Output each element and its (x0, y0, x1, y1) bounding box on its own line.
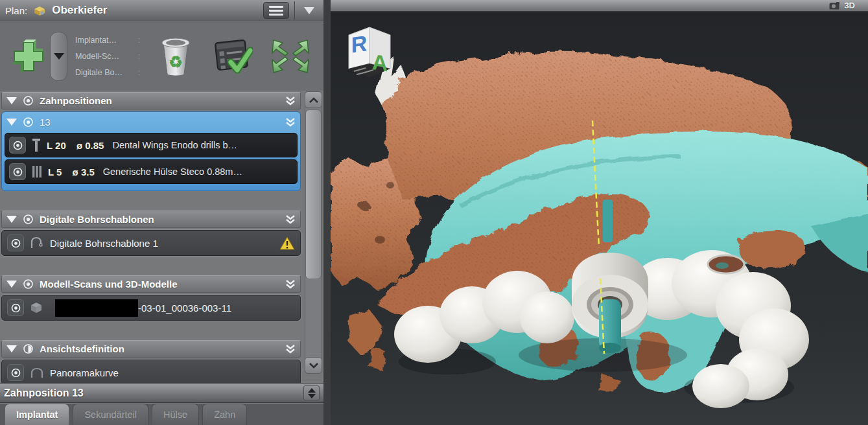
plan-titlebar: Plan: Oberkiefer (0, 0, 323, 21)
visibility-radio-icon[interactable] (23, 117, 34, 128)
drill-template-label: Digitale Bohrschablone 1 (50, 238, 158, 249)
delete-trash-button[interactable]: ♻ (157, 34, 194, 79)
scrollbar-thumb[interactable] (305, 109, 322, 279)
drill-template-item[interactable]: Digitale Bohrschablone 1 (1, 230, 301, 256)
section-header-modell-scans[interactable]: Modell-Scans und 3D-Modelle (1, 275, 301, 293)
panorama-curve-label: Panoramakurve (50, 367, 119, 378)
tree-scrollbar (303, 91, 323, 374)
visibility-radio-icon[interactable] (23, 214, 34, 225)
plan-box-icon (32, 5, 47, 16)
spinner-up-icon (308, 388, 316, 393)
panorama-curve-item[interactable]: Panoramakurve (1, 360, 301, 383)
drill-cylinder-top (603, 200, 613, 242)
tab-sekundaerteil[interactable]: Sekundärteil (73, 404, 148, 425)
3d-viewport[interactable]: 3D (331, 0, 868, 425)
panorama-arch-icon (30, 367, 44, 378)
visibility-radio-icon[interactable] (7, 235, 24, 251)
verify-tasks-button[interactable] (211, 36, 253, 76)
plan-sidebar: Plan: Oberkiefer (0, 0, 323, 425)
model-scan-item[interactable]: -03-01_00036-003-11 (1, 295, 301, 321)
selector-spinner[interactable] (303, 385, 320, 400)
detail-tabs: Implantat Sekundärteil Hülse Zahn (0, 404, 323, 425)
caret-down-icon (304, 7, 314, 14)
add-menu-item[interactable]: Implantat… : (75, 32, 140, 49)
visibility-radio-icon[interactable] (7, 364, 24, 381)
expand-triangle-icon[interactable] (6, 119, 17, 126)
panel-menu-button[interactable] (263, 2, 289, 19)
expand-triangle-icon[interactable] (6, 345, 17, 352)
sleeve-item[interactable]: L 5 ø 3.5 Generische Hülse Steco 0.88m… (5, 159, 298, 184)
scroll-down-button[interactable] (305, 357, 322, 374)
add-object-button[interactable] (10, 34, 47, 78)
sleeve-description: Generische Hülse Steco 0.88m… (103, 167, 242, 177)
visibility-radio-icon[interactable] (23, 95, 34, 106)
add-menu-item[interactable]: Modell-Sc… : (75, 49, 140, 65)
tooth-position-label: 13 (40, 117, 51, 128)
view-mode-label: 3D (844, 1, 855, 10)
camera-icon (829, 2, 841, 10)
collapse-all-icon[interactable] (285, 214, 296, 224)
sleeve-length: L 5 (48, 167, 62, 178)
collapse-all-icon[interactable] (285, 117, 296, 127)
sleeve-diameter: ø 3.5 (73, 167, 95, 178)
viewport-header: 3D (331, 0, 868, 12)
section-header-ansichtsdefinition[interactable]: Ansichtsdefinition (1, 340, 301, 358)
object-tree: Zahnpositionen 13 (0, 91, 303, 383)
plan-name: Oberkiefer (52, 4, 107, 17)
titlebar-divider (294, 1, 295, 19)
transform-move-button[interactable] (270, 38, 311, 75)
tooth-position-group-13: 13 (1, 111, 301, 191)
add-menu-labels: Implantat… : Modell-Sc… : Digitale Bo… : (75, 32, 140, 81)
drill-bit-icon (32, 138, 41, 152)
orientation-cube[interactable]: R A (349, 27, 390, 78)
expand-triangle-icon[interactable] (6, 97, 17, 104)
3d-scene[interactable]: R A (331, 12, 868, 425)
spinner-down-icon (308, 394, 316, 398)
warning-icon (279, 236, 295, 250)
collapse-all-icon[interactable] (285, 96, 296, 106)
tooth-position-selector[interactable]: Zahnposition 13 (0, 383, 323, 403)
application-window: Plan: Oberkiefer (0, 0, 868, 425)
model-scan-label: -03-01_00036-003-11 (138, 303, 231, 314)
chevron-up-icon (309, 97, 318, 103)
plan-label: Plan: (5, 5, 27, 16)
svg-text:♻: ♻ (169, 53, 183, 71)
tab-implantat[interactable]: Implantat (5, 404, 69, 425)
redacted-patient-id (55, 299, 138, 317)
tooth-position-13-header[interactable]: 13 (2, 112, 300, 132)
collapse-all-icon[interactable] (285, 279, 296, 289)
visibility-radio-icon[interactable] (23, 279, 34, 290)
expand-triangle-icon[interactable] (6, 216, 17, 223)
chevron-down-icon (309, 363, 318, 369)
cube-letter-right: R (351, 30, 368, 57)
visibility-radio-icon[interactable] (9, 163, 26, 180)
drill-diameter: ø 0.85 (76, 140, 104, 151)
arch-curve-icon (30, 236, 44, 249)
selector-label: Zahnposition 13 (4, 387, 84, 399)
visibility-radio-icon[interactable] (9, 137, 26, 154)
scroll-up-button[interactable] (305, 91, 322, 108)
caret-down-icon (54, 53, 64, 60)
add-menu-item[interactable]: Digitale Bo… : (75, 65, 140, 81)
collapse-all-icon[interactable] (285, 344, 296, 354)
drill-description: Dental Wings Enodo drills b… (112, 140, 237, 150)
tab-zahn[interactable]: Zahn (202, 404, 247, 425)
panel-collapse-button[interactable] (300, 2, 318, 19)
contrast-circle-icon[interactable] (23, 343, 34, 354)
section-header-bohrschablonen[interactable]: Digitale Bohrschablonen (1, 211, 301, 228)
tab-huelse[interactable]: Hülse (152, 404, 199, 425)
drill-length: L 20 (47, 140, 66, 151)
drill-item[interactable]: L 20 ø 0.85 Dental Wings Enodo drills b… (5, 133, 298, 157)
section-header-zahnpositionen[interactable]: Zahnpositionen (1, 92, 301, 109)
sleeve-bars-icon (32, 165, 42, 179)
plan-toolbar: Implantat… : Modell-Sc… : Digitale Bo… : (0, 22, 323, 91)
add-object-dropdown[interactable] (50, 32, 67, 81)
visibility-radio-icon[interactable] (7, 299, 24, 316)
expand-triangle-icon[interactable] (6, 281, 17, 288)
cube-letter-anterior: A (372, 49, 388, 76)
cube-icon (30, 301, 43, 314)
panel-divider[interactable] (323, 0, 331, 425)
